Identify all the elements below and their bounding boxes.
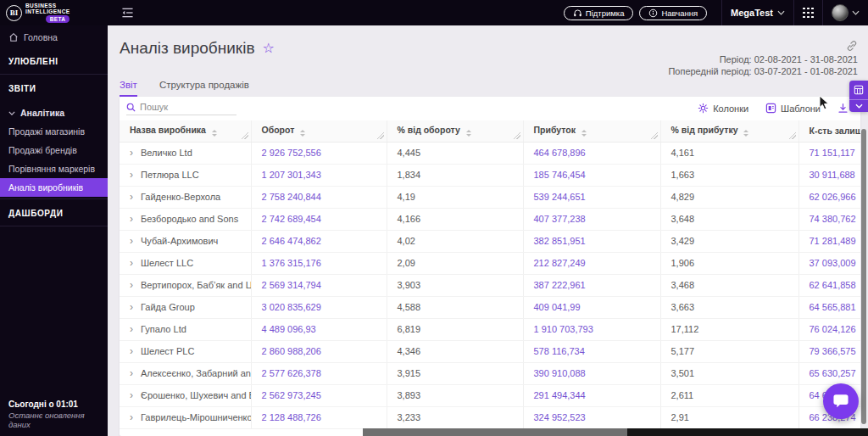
table-header-row: Назва виробника Оборот % від обороту При… <box>120 120 860 142</box>
tab-bar: Звіт Структура продажів <box>120 80 249 97</box>
profit-pct-cell: 3,429 <box>660 230 798 252</box>
templates-label: Шаблони <box>781 103 821 114</box>
sidebar-item-brand-sales[interactable]: Продажі брендів <box>0 141 108 159</box>
columns-button[interactable]: Колонки <box>698 103 748 114</box>
template-icon <box>765 103 776 114</box>
sort-icon[interactable] <box>581 130 587 137</box>
table-row: ›Вертипорох, Баб’як and Цюцюра2 569 314,… <box>120 274 860 296</box>
column-header-turnover[interactable]: Оборот <box>251 120 387 142</box>
column-header-profit-pct[interactable]: % від прибутку <box>660 120 798 142</box>
turnover-cell: 2 742 689,454 <box>251 208 387 230</box>
manufacturer-cell: ›Чубай-Архимович <box>120 230 251 252</box>
account-menu[interactable]: MegaTest <box>731 8 785 18</box>
stock-cell: 62 026,966 <box>798 186 860 208</box>
sort-icon[interactable] <box>466 130 471 137</box>
horizontal-scrollbar-track[interactable] <box>363 428 868 436</box>
chevron-down-icon <box>855 103 863 109</box>
chat-button[interactable] <box>823 383 859 419</box>
column-header-stock[interactable]: К-сть залишків н <box>798 120 860 142</box>
turnover-cell: 2 569 314,794 <box>251 274 387 296</box>
turnover-cell: 2 646 474,862 <box>251 230 387 252</box>
profit-pct-cell: 3,501 <box>660 362 798 384</box>
sidebar-footer: Сьогодні о 01:01 Останнє оновлення даних <box>8 400 108 429</box>
row-expand-icon[interactable]: › <box>130 367 133 379</box>
panel-collapse-button[interactable] <box>849 100 868 111</box>
profit-cell: 387 222,961 <box>523 274 660 296</box>
sort-icon[interactable] <box>212 130 217 137</box>
row-expand-icon[interactable]: › <box>130 345 133 357</box>
sort-icon[interactable] <box>743 130 748 137</box>
training-button[interactable]: Навчання <box>639 6 707 20</box>
profit-cell: 464 678,896 <box>523 142 660 164</box>
manufacturer-name: Гупало Ltd <box>141 324 186 334</box>
download-button[interactable] <box>837 103 849 114</box>
tab-report[interactable]: Звіт <box>120 80 137 97</box>
profit-pct-cell: 2,91 <box>660 406 798 428</box>
row-expand-icon[interactable]: › <box>130 323 133 335</box>
row-expand-icon[interactable]: › <box>130 301 133 313</box>
row-expand-icon[interactable]: › <box>130 191 133 203</box>
column-resize-handle[interactable] <box>377 132 384 139</box>
turnover-cell: 2 128 488,726 <box>251 406 387 428</box>
table-view-button[interactable] <box>849 81 868 100</box>
turnover-pct-cell: 3,233 <box>387 406 523 428</box>
turnover-cell: 2 860 988,206 <box>251 340 387 362</box>
row-expand-icon[interactable]: › <box>130 389 133 401</box>
sidebar-section-dashboards[interactable]: ДАШБОРДИ <box>0 199 108 224</box>
sidebar-group-analytics[interactable]: Аналітика <box>0 99 108 122</box>
table-row: ›Шелест PLC2 860 988,2064,346578 116,734… <box>120 340 860 362</box>
turnover-pct-cell: 2,09 <box>387 252 523 274</box>
sidebar-item-home[interactable]: Головна <box>0 25 108 48</box>
row-expand-icon[interactable]: › <box>130 279 133 291</box>
row-expand-icon[interactable]: › <box>130 235 133 247</box>
manufacturer-name: Алексеєнко, Забарний and Дараган <box>141 368 251 378</box>
logo-line2: INTELLIGENCE <box>25 8 70 14</box>
manufacturer-name: Чубай-Архимович <box>141 236 218 246</box>
row-expand-icon[interactable]: › <box>130 169 133 181</box>
horizontal-scrollbar-thumb[interactable] <box>363 428 627 436</box>
manufacturer-cell: ›Гаврилець-Мірошниченко <box>120 406 251 428</box>
copy-link-icon[interactable] <box>846 40 858 52</box>
manufacturer-cell: ›Гайда Group <box>120 296 251 318</box>
info-icon <box>648 8 658 18</box>
sidebar-section-reports[interactable]: ЗВІТИ <box>0 75 108 99</box>
search-icon <box>126 103 136 112</box>
manufacturer-cell: ›Гайденко-Верхола <box>120 186 251 208</box>
turnover-cell: 2 758 240,844 <box>251 186 387 208</box>
favorite-star-icon[interactable]: ☆ <box>263 42 275 55</box>
support-button[interactable]: Підтримка <box>564 6 634 20</box>
templates-button[interactable]: Шаблони <box>765 103 821 114</box>
manufacturer-name: Гаврилець-Мірошниченко <box>141 412 251 422</box>
profit-cell: 390 910,088 <box>523 362 660 384</box>
column-header-name[interactable]: Назва виробника <box>120 120 251 142</box>
column-resize-handle[interactable] <box>514 132 520 139</box>
app-logo: BI BUSINESS INTELLIGENCE BETA <box>0 0 108 25</box>
manufacturer-name: Вертипорох, Баб’як and Цюцюра <box>141 280 251 290</box>
row-expand-icon[interactable]: › <box>130 213 133 225</box>
topbar-divider <box>793 0 794 25</box>
manufacturer-cell: ›Шелест LLC <box>120 252 251 274</box>
support-label: Підтримка <box>586 8 625 18</box>
column-header-turnover-pct[interactable]: % від обороту <box>387 120 523 142</box>
row-expand-icon[interactable]: › <box>130 257 133 269</box>
tab-sales-structure[interactable]: Структура продажів <box>159 80 249 97</box>
chat-bubble-icon <box>832 394 849 409</box>
row-expand-icon[interactable]: › <box>130 147 133 159</box>
menu-fold-icon[interactable] <box>121 7 134 19</box>
sidebar-item-manufacturer-analysis[interactable]: Аналіз виробників <box>0 178 108 197</box>
sidebar-item-store-sales[interactable]: Продажі магазинів <box>0 122 108 141</box>
user-menu[interactable] <box>832 4 860 21</box>
apps-grid-icon[interactable] <box>803 8 814 19</box>
column-resize-handle[interactable] <box>789 132 796 139</box>
column-resize-handle[interactable] <box>651 132 658 139</box>
search-input[interactable] <box>140 102 225 112</box>
column-header-profit[interactable]: Прибуток <box>523 120 660 142</box>
table-row: ›Шелест LLC1 376 315,1762,09212 827,2491… <box>120 252 860 274</box>
vertical-scrollbar[interactable] <box>861 129 866 424</box>
sidebar-item-marker-comparison[interactable]: Порівняння маркерів <box>0 159 108 178</box>
row-expand-icon[interactable]: › <box>130 411 133 423</box>
sort-icon[interactable] <box>300 130 305 137</box>
column-resize-handle[interactable] <box>242 132 248 139</box>
sidebar-section-favorites[interactable]: УЛЮБЛЕНІ <box>0 48 108 72</box>
profit-pct-cell: 17,112 <box>660 318 798 340</box>
